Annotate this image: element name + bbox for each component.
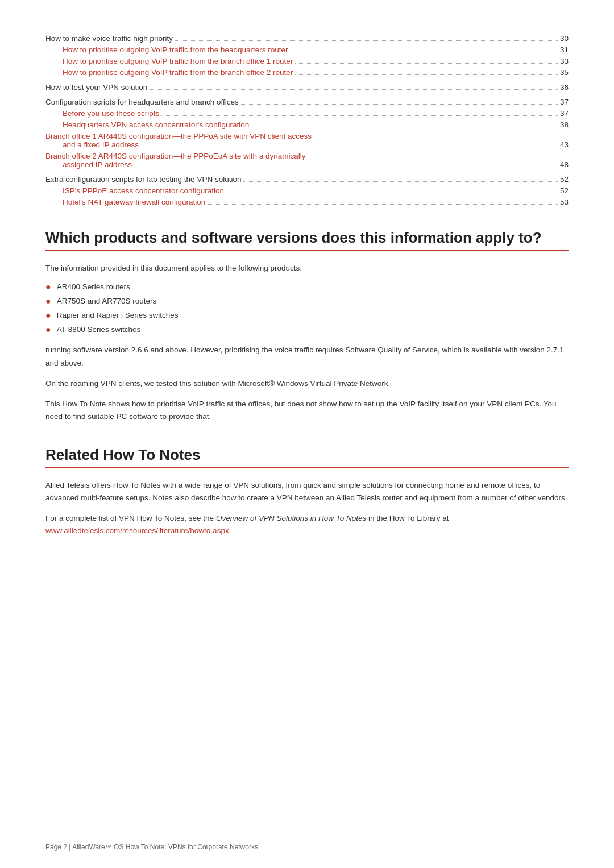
related-para2-italic: Overview of VPN Solutions in How To Note… bbox=[216, 514, 366, 522]
toc-entry-isp-config[interactable]: ISP's PPPoE access concentrator configur… bbox=[45, 186, 569, 195]
toc-page: 52 bbox=[560, 186, 569, 195]
toc-link-before-scripts[interactable]: Before you use these scripts bbox=[63, 109, 159, 118]
toc-dots bbox=[251, 127, 558, 127]
bullet-dot-icon: ● bbox=[45, 296, 51, 306]
products-para2: On the roaming VPN clients, we tested th… bbox=[45, 377, 569, 390]
toc-link-hq-vpn-config[interactable]: Headquarters VPN access concentrator's c… bbox=[63, 121, 249, 129]
toc-entry-voice-high-priority: How to make voice traffic high priority … bbox=[45, 34, 569, 43]
products-section: Which products and software versions doe… bbox=[45, 229, 569, 423]
bullet-item-ar400: ● AR400 Series routers bbox=[45, 283, 569, 292]
bullet-label: Rapier and Rapier i Series switches bbox=[57, 311, 179, 319]
toc-entry-branch2-config[interactable]: Branch office 2 AR440S configuration—the… bbox=[45, 152, 569, 169]
toc-dots bbox=[150, 89, 558, 90]
toc-dots bbox=[243, 181, 558, 182]
related-para2-before: For a complete list of VPN How To Notes,… bbox=[45, 514, 216, 522]
toc-page: 33 bbox=[560, 57, 569, 65]
related-para2-end: . bbox=[229, 526, 231, 535]
toc-entry-hq-voip[interactable]: How to prioritise outgoing VoIP traffic … bbox=[45, 45, 569, 54]
table-of-contents: How to make voice traffic high priority … bbox=[45, 34, 569, 206]
related-para2: For a complete list of VPN How To Notes,… bbox=[45, 512, 569, 538]
toc-dots bbox=[295, 74, 558, 75]
bullet-dot-icon: ● bbox=[45, 282, 51, 292]
toc-dots bbox=[295, 63, 558, 64]
toc-link-branch1-config[interactable]: Branch office 1 AR440S configuration—the… bbox=[45, 132, 312, 140]
toc-label: How to make voice traffic high priority bbox=[45, 34, 173, 43]
toc-entry-config-scripts: Configuration scripts for headquarters a… bbox=[45, 98, 569, 106]
toc-dots bbox=[208, 204, 558, 205]
bullet-item-ar750s: ● AR750S and AR770S routers bbox=[45, 297, 569, 306]
toc-dots bbox=[175, 40, 558, 41]
products-para1: running software version 2.6.6 and above… bbox=[45, 344, 569, 369]
toc-entry-extra-scripts: Extra configuration scripts for lab test… bbox=[45, 175, 569, 184]
toc-dots bbox=[290, 52, 558, 52]
related-para2-middle: in the How To Library at bbox=[366, 514, 449, 522]
toc-dots bbox=[141, 147, 558, 147]
toc-page: 38 bbox=[560, 121, 569, 129]
bullet-label: AR750S and AR770S routers bbox=[57, 297, 157, 305]
bullet-dot-icon: ● bbox=[45, 325, 51, 335]
toc-page: 37 bbox=[560, 109, 569, 118]
toc-link-branch2-config[interactable]: Branch office 2 AR440S configuration—the… bbox=[45, 152, 306, 160]
bullet-dot-icon: ● bbox=[45, 310, 51, 321]
footer-text: Page 2 | AlliedWare™ OS How To Note: VPN… bbox=[45, 843, 258, 851]
toc-page: 43 bbox=[560, 140, 569, 149]
toc-entry-branch2-voip[interactable]: How to prioritise outgoing VoIP traffic … bbox=[45, 68, 569, 77]
toc-link-branch1-voip[interactable]: How to prioritise outgoing VoIP traffic … bbox=[63, 57, 293, 65]
toc-entry-hotel-config[interactable]: Hotel's NAT gateway firewall configurati… bbox=[45, 198, 569, 206]
toc-link-isp-config[interactable]: ISP's PPPoE access concentrator configur… bbox=[63, 186, 224, 195]
toc-link-branch2-config-cont[interactable]: assigned IP address bbox=[63, 160, 132, 169]
toc-label: Configuration scripts for headquarters a… bbox=[45, 98, 239, 106]
bullet-label: AR400 Series routers bbox=[57, 283, 130, 291]
toc-page: 37 bbox=[560, 98, 569, 106]
toc-label: How to test your VPN solution bbox=[45, 83, 147, 92]
toc-page: 31 bbox=[560, 45, 569, 54]
toc-page: 30 bbox=[560, 34, 569, 43]
related-para1: Allied Telesis offers How To Notes with … bbox=[45, 479, 569, 505]
bullet-label: AT-8800 Series switches bbox=[57, 325, 141, 334]
products-heading: Which products and software versions doe… bbox=[45, 229, 569, 247]
related-divider bbox=[45, 467, 569, 468]
toc-page: 48 bbox=[560, 160, 569, 169]
toc-entry-before-scripts[interactable]: Before you use these scripts 37 bbox=[45, 109, 569, 118]
related-section: Related How To Notes Allied Telesis offe… bbox=[45, 446, 569, 538]
products-divider bbox=[45, 250, 569, 251]
toc-link-hq-voip[interactable]: How to prioritise outgoing VoIP traffic … bbox=[63, 45, 288, 54]
related-heading: Related How To Notes bbox=[45, 446, 569, 464]
toc-link-branch2-voip[interactable]: How to prioritise outgoing VoIP traffic … bbox=[63, 68, 293, 77]
bullet-item-rapier: ● Rapier and Rapier i Series switches bbox=[45, 311, 569, 321]
toc-dots bbox=[134, 167, 558, 167]
toc-dots bbox=[226, 193, 558, 193]
toc-entry-branch1-voip[interactable]: How to prioritise outgoing VoIP traffic … bbox=[45, 57, 569, 65]
footer: Page 2 | AlliedWare™ OS How To Note: VPN… bbox=[0, 838, 614, 851]
bullet-item-at8800: ● AT-8800 Series switches bbox=[45, 325, 569, 335]
toc-link-hotel-config[interactable]: Hotel's NAT gateway firewall configurati… bbox=[63, 198, 205, 206]
toc-link-branch1-config-cont[interactable]: and a fixed IP address bbox=[63, 140, 139, 149]
toc-page: 35 bbox=[560, 68, 569, 77]
toc-page: 52 bbox=[560, 175, 569, 184]
toc-label: Extra configuration scripts for lab test… bbox=[45, 175, 241, 184]
toc-entry-branch1-config[interactable]: Branch office 1 AR440S configuration—the… bbox=[45, 132, 569, 149]
related-para2-link[interactable]: www.alliedtelesis.com/resources/literatu… bbox=[45, 526, 229, 535]
products-bullet-list: ● AR400 Series routers ● AR750S and AR77… bbox=[45, 283, 569, 335]
toc-page: 53 bbox=[560, 198, 569, 206]
toc-entry-hq-vpn-config[interactable]: Headquarters VPN access concentrator's c… bbox=[45, 121, 569, 129]
toc-dots bbox=[241, 104, 558, 105]
toc-page: 36 bbox=[560, 83, 569, 92]
toc-dots bbox=[161, 115, 558, 116]
products-intro: The information provided in this documen… bbox=[45, 262, 569, 275]
toc-entry-test-vpn: How to test your VPN solution 36 bbox=[45, 83, 569, 92]
products-para3: This How To Note shows how to prioritise… bbox=[45, 398, 569, 423]
